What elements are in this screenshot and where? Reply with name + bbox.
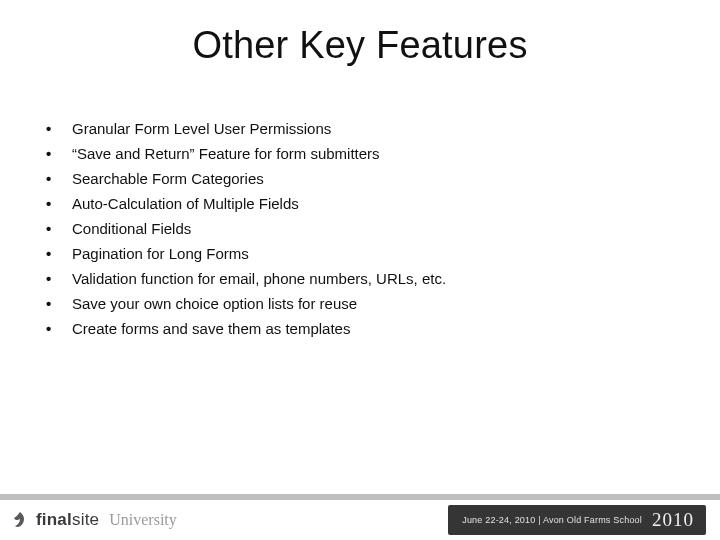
bullet-text: Auto-Calculation of Multiple Fields [72, 191, 674, 216]
bullet-icon: • [46, 216, 72, 241]
bullet-text: Pagination for Long Forms [72, 241, 674, 266]
bullet-text: Validation function for email, phone num… [72, 266, 674, 291]
list-item: • Searchable Form Categories [46, 166, 674, 191]
brand-text: finalsite [36, 510, 99, 530]
bullet-icon: • [46, 316, 72, 341]
bullet-text: Save your own choice option lists for re… [72, 291, 674, 316]
bullet-text: Granular Form Level User Permissions [72, 116, 674, 141]
event-meta: June 22-24, 2010 | Avon Old Farms School [462, 515, 642, 525]
slide-title: Other Key Features [0, 24, 720, 67]
list-item: • “Save and Return” Feature for form sub… [46, 141, 674, 166]
university-text: University [109, 511, 177, 529]
bullet-icon: • [46, 116, 72, 141]
list-item: • Validation function for email, phone n… [46, 266, 674, 291]
bullet-text: “Save and Return” Feature for form submi… [72, 141, 674, 166]
slide: Other Key Features • Granular Form Level… [0, 0, 720, 540]
bullet-icon: • [46, 266, 72, 291]
list-item: • Granular Form Level User Permissions [46, 116, 674, 141]
leaf-icon [10, 510, 30, 530]
footer-right: June 22-24, 2010 | Avon Old Farms School… [448, 505, 706, 535]
bullet-icon: • [46, 166, 72, 191]
bullet-icon: • [46, 141, 72, 166]
bullet-icon: • [46, 291, 72, 316]
brand-bold: final [36, 510, 72, 529]
list-item: • Pagination for Long Forms [46, 241, 674, 266]
list-item: • Auto-Calculation of Multiple Fields [46, 191, 674, 216]
bullet-text: Searchable Form Categories [72, 166, 674, 191]
bullet-icon: • [46, 191, 72, 216]
bullet-icon: • [46, 241, 72, 266]
bullet-list: • Granular Form Level User Permissions •… [46, 116, 674, 341]
brand-rest: site [72, 510, 99, 529]
footer: finalsite University June 22-24, 2010 | … [0, 494, 720, 540]
list-item: • Create forms and save them as template… [46, 316, 674, 341]
list-item: • Conditional Fields [46, 216, 674, 241]
list-item: • Save your own choice option lists for … [46, 291, 674, 316]
bullet-text: Conditional Fields [72, 216, 674, 241]
footer-logo-group: finalsite University [10, 510, 177, 530]
bullet-text: Create forms and save them as templates [72, 316, 674, 341]
finalsite-logo: finalsite [10, 510, 99, 530]
event-year: 2010 [652, 509, 694, 531]
footer-bar: finalsite University June 22-24, 2010 | … [0, 500, 720, 540]
